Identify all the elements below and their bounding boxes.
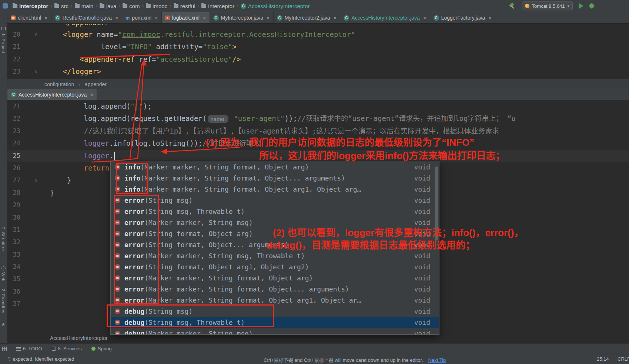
- breadcrumb-appender[interactable]: appender: [85, 81, 107, 87]
- fold-marker-icon[interactable]: ∧: [34, 65, 37, 78]
- breadcrumb-label: restful: [180, 3, 195, 9]
- code-line[interactable]: 24 logger.info(log.toString());//对日志进行输入: [7, 137, 629, 149]
- run-config-select[interactable]: Tomcat 8.5.641 ▾: [522, 1, 573, 10]
- code-line[interactable]: 22 log.append(request.getHeader(name: "u…: [7, 112, 629, 125]
- line-number: 24: [7, 137, 20, 149]
- maven-file-icon: m: [126, 15, 130, 21]
- completion-return-type: void: [407, 285, 430, 293]
- line-number: 27: [7, 174, 20, 186]
- completion-item[interactable]: merror(Marker marker, String msg, Throwa…: [111, 250, 439, 261]
- completion-method-name: error: [124, 285, 144, 293]
- tab-pom-xml[interactable]: mpom.xml×: [122, 12, 162, 23]
- breadcrumb-item[interactable]: com: [121, 3, 141, 9]
- tab-label: MyInterceptor.java: [221, 15, 263, 21]
- breadcrumb-item[interactable]: main: [74, 3, 95, 9]
- close-tab-icon[interactable]: ×: [115, 15, 118, 21]
- breadcrumb-item[interactable]: java: [98, 3, 118, 9]
- breadcrumb-item[interactable]: interceptor: [11, 3, 49, 9]
- favorites-toolwindow-button[interactable]: 2: Favorites: [1, 289, 6, 313]
- favorites-star-icon[interactable]: ★: [1, 321, 6, 327]
- breadcrumb-configuration[interactable]: configuration: [44, 81, 74, 87]
- completion-item[interactable]: merror(Marker marker, String format, Obj…: [111, 272, 439, 283]
- close-tab-icon[interactable]: ×: [334, 15, 337, 21]
- code-line[interactable]: 23 //这儿我们只获取了【用户ip】,【请求url】,【user-agent请…: [7, 125, 629, 137]
- tab-restfulcontroller-java[interactable]: CRestfulController.java×: [51, 12, 122, 23]
- tab-logback-xml[interactable]: xlogback.xml×: [162, 12, 210, 23]
- web-icon[interactable]: [1, 266, 6, 270]
- completion-return-type: void: [407, 185, 430, 193]
- web-toolwindow-button[interactable]: Web: [1, 272, 6, 282]
- completion-item[interactable]: merror(String msg)void: [111, 195, 439, 206]
- crumb-separator-icon: ›: [71, 3, 73, 9]
- tab-accesshistoryinterceptor-java[interactable]: CAccessHistoryInterceptor.java×: [7, 89, 97, 100]
- next-tip-link[interactable]: Next Tip: [428, 357, 446, 363]
- tab-client-html[interactable]: <>client.html×: [7, 12, 51, 23]
- completion-item[interactable]: merror(String msg, Throwable t)void: [111, 206, 439, 217]
- tab-label: client.html: [18, 15, 41, 21]
- close-tab-icon[interactable]: ×: [267, 15, 270, 21]
- project-toolwindow-button[interactable]: 1: Project: [1, 33, 6, 53]
- completion-method-name: debug: [124, 318, 144, 326]
- code-line[interactable]: </appender>: [7, 24, 629, 28]
- breadcrumb-item[interactable]: interceptor: [200, 3, 235, 9]
- completion-item[interactable]: minfo(Marker marker, String format, Obje…: [111, 172, 439, 183]
- crumb-separator-icon: ›: [96, 3, 97, 9]
- code-text: level="INFO" additivity="false">: [46, 41, 629, 53]
- code-line[interactable]: 21 log.append("|");: [7, 100, 629, 112]
- breadcrumb-item[interactable]: imooc: [145, 3, 168, 9]
- completion-item[interactable]: mdebug(String msg, Throwable t)void: [111, 317, 439, 328]
- completion-item[interactable]: minfo(Marker marker, String format, Obje…: [111, 161, 439, 172]
- breadcrumb-item[interactable]: CAccessHistoryInterceptor: [240, 3, 311, 9]
- completion-item[interactable]: merror(String format, Object arg)void: [111, 228, 439, 239]
- close-tab-icon[interactable]: ×: [44, 15, 48, 21]
- close-tab-icon[interactable]: ×: [423, 15, 426, 21]
- breadcrumb-label: imooc: [153, 3, 167, 9]
- todo-toolwindow-button[interactable]: 6: TODO: [16, 346, 42, 351]
- services-toolwindow-button[interactable]: 8: Services: [52, 346, 82, 351]
- code-line[interactable]: 22 <appender-ref ref="accessHistoryLog"/…: [7, 53, 629, 65]
- tab-myinterceptor-java[interactable]: CMyInterceptor.java×: [210, 12, 274, 23]
- project-icon[interactable]: [1, 27, 6, 30]
- completion-item[interactable]: merror(Marker marker, String msg)void: [111, 217, 439, 228]
- completion-item[interactable]: mdebug(String msg)void: [111, 306, 439, 317]
- code-line[interactable]: 23∧ </logger>: [7, 65, 629, 78]
- close-tab-icon[interactable]: ×: [90, 91, 93, 98]
- class-file-icon: C: [11, 92, 16, 97]
- breadcrumb-item[interactable]: src: [53, 3, 70, 9]
- build-hammer-icon[interactable]: [509, 3, 516, 9]
- completion-item[interactable]: merror(Marker marker, String format, Obj…: [111, 294, 439, 306]
- tab-label: logback.xml: [172, 15, 200, 21]
- popup-scrollbar[interactable]: [435, 166, 438, 240]
- tab-myinterceptor2-java[interactable]: CMyInterceptor2.java×: [274, 12, 341, 23]
- caret-position[interactable]: 25:14: [597, 356, 609, 362]
- line-separator-indicator[interactable]: CRLF: [618, 356, 629, 362]
- run-button[interactable]: [579, 3, 583, 9]
- tab-loggerfactory-java[interactable]: CLoggerFactory.java×: [430, 12, 496, 23]
- tool-windows-grid-icon[interactable]: [2, 347, 7, 351]
- line-number: 34: [7, 261, 20, 273]
- xml-editor[interactable]: </appender>20∨ <logger name="com.imooc.r…: [7, 24, 629, 79]
- debug-icon[interactable]: [589, 3, 594, 9]
- fold-marker-icon[interactable]: ∨: [34, 28, 37, 41]
- fold-marker-icon[interactable]: ∧: [34, 174, 37, 186]
- breadcrumb-label: AccessHistoryInterceptor: [248, 3, 310, 9]
- spring-toolwindow-button[interactable]: Spring: [91, 346, 112, 351]
- code-line[interactable]: 25 logger.: [7, 150, 629, 162]
- breadcrumb-item[interactable]: restful: [173, 3, 197, 9]
- gutter-fold-column: [20, 100, 50, 112]
- completion-item[interactable]: mdebug(Marker marker, String msg)void: [111, 328, 439, 335]
- method-icon: m: [115, 242, 120, 247]
- code-line[interactable]: 21 level="INFO" additivity="false">: [7, 41, 629, 53]
- tab-accesshistoryinterceptor-java[interactable]: CAccessHistoryInterceptor.java×: [340, 12, 430, 23]
- close-tab-icon[interactable]: ×: [488, 15, 492, 21]
- completion-item[interactable]: merror(Marker marker, String format, Obj…: [111, 283, 439, 294]
- java-breadcrumb-class[interactable]: AccessHistoryInterceptor: [50, 335, 108, 341]
- close-tab-icon[interactable]: ×: [203, 15, 206, 21]
- completion-item[interactable]: minfo(Marker marker, String format, Obje…: [111, 183, 439, 195]
- completion-item[interactable]: merror(String format, Object arg1, Objec…: [111, 261, 439, 272]
- structure-toolwindow-button[interactable]: 7: Structure: [1, 227, 6, 251]
- completion-item[interactable]: merror(String format, Object... argument…: [111, 239, 439, 250]
- code-text: <appender-ref ref="accessHistoryLog"/>: [46, 53, 629, 65]
- close-tab-icon[interactable]: ×: [155, 15, 158, 21]
- code-line[interactable]: 20∨ <logger name="com.imooc.restful.inte…: [7, 28, 629, 41]
